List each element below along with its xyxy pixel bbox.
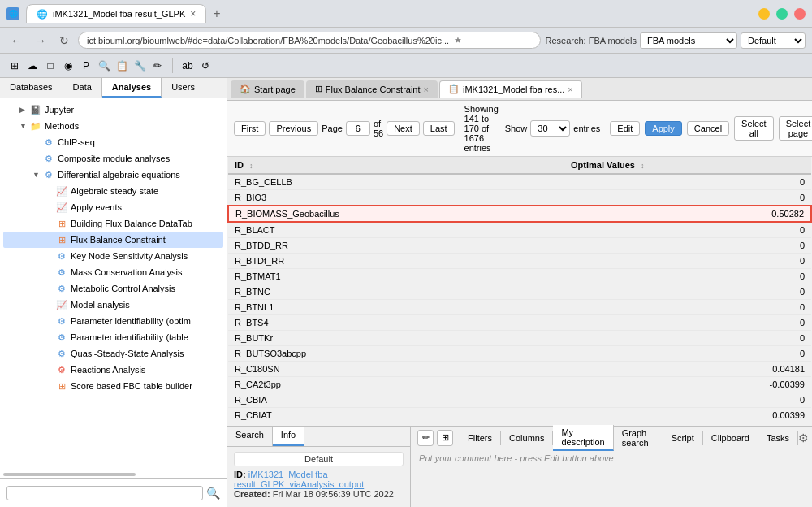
research-select[interactable]: FBA models bbox=[640, 32, 737, 49]
next-button[interactable]: Next bbox=[387, 121, 420, 136]
toolbar-icon-box[interactable]: □ bbox=[42, 58, 58, 74]
table-row[interactable]: R_BG_CELLB 0 bbox=[228, 174, 811, 190]
maximize-button[interactable]: □ bbox=[776, 8, 788, 20]
toolbar-icon-wrench[interactable]: 🔧 bbox=[132, 58, 148, 74]
apply-button[interactable]: Apply bbox=[645, 121, 682, 136]
br-tab-my-description[interactable]: My description bbox=[553, 425, 613, 451]
sidebar-item-building-fbc[interactable]: ⊞ Building Flux Balance DataTab bbox=[3, 215, 223, 232]
last-button[interactable]: Last bbox=[423, 121, 455, 136]
toolbar-icon-refresh[interactable]: ↺ bbox=[197, 58, 214, 74]
table-row[interactable]: R_CBIA 0 bbox=[228, 392, 811, 408]
gear-button[interactable]: ⚙ bbox=[798, 430, 809, 446]
toolbar-icon-search[interactable]: 🔍 bbox=[96, 58, 112, 74]
toolbar-icon-clipboard[interactable]: 📋 bbox=[114, 58, 130, 74]
tab-flux-balance[interactable]: ⊞ Flux Balance Constraint × bbox=[306, 80, 438, 98]
sidebar-item-apply-events[interactable]: 📈 Apply events bbox=[3, 199, 223, 215]
sidebar-item-model-analysis[interactable]: 📈 Model analysis bbox=[3, 297, 223, 313]
browser-tab-close-icon[interactable]: × bbox=[190, 8, 196, 20]
default-select[interactable]: Default bbox=[741, 32, 806, 49]
close-button[interactable]: × bbox=[794, 8, 806, 20]
br-tab-filters[interactable]: Filters bbox=[460, 431, 501, 445]
br-tab-clipboard[interactable]: Clipboard bbox=[703, 431, 758, 445]
br-table-icon[interactable]: ⊞ bbox=[437, 430, 453, 446]
column-header-optimal[interactable]: Optimal Values ↕ bbox=[564, 157, 811, 174]
toolbar-icon-target[interactable]: ◉ bbox=[60, 58, 76, 74]
table-row[interactable]: R_CA2t3pp -0.00399 bbox=[228, 377, 811, 392]
column-header-id[interactable]: ID ↕ bbox=[228, 157, 564, 174]
new-tab-button[interactable]: + bbox=[213, 6, 220, 21]
edit-button[interactable]: Edit bbox=[610, 121, 640, 136]
toolbar-icon-edit[interactable]: ✏ bbox=[149, 58, 166, 74]
sidebar-item-jupyter[interactable]: ▶ 📓 Jupyter bbox=[3, 102, 223, 118]
flux-balance-tab-close[interactable]: × bbox=[424, 84, 429, 94]
tab-start-page[interactable]: 🏠 Start page bbox=[231, 80, 304, 98]
table-row[interactable]: R_BTDD_RR 0 bbox=[228, 238, 811, 254]
sidebar-tab-data[interactable]: Data bbox=[63, 78, 102, 98]
select-all-button[interactable]: Select all bbox=[734, 116, 774, 141]
cancel-button[interactable]: Cancel bbox=[687, 121, 729, 136]
url-bar[interactable]: ict.biouml.org/bioumlweb/#de=data/Collab… bbox=[78, 32, 541, 49]
toolbar-icon-p[interactable]: P bbox=[78, 58, 94, 74]
toolbar-icon-ab[interactable]: ab bbox=[179, 58, 196, 74]
table-row[interactable]: R_BTNC 0 bbox=[228, 284, 811, 300]
br-tab-columns[interactable]: Columns bbox=[501, 431, 553, 445]
table-row[interactable]: R_BUTSO3abcpp 0 bbox=[228, 346, 811, 362]
sidebar-tab-analyses[interactable]: Analyses bbox=[102, 78, 162, 98]
sidebar-item-chipseq[interactable]: ⚙ ChIP-seq bbox=[3, 134, 223, 150]
sidebar-item-param-table[interactable]: ⚙ Parameter identifiability (table bbox=[3, 329, 223, 345]
sidebar-item-key-node[interactable]: ⚙ Key Node Sensitivity Analysis bbox=[3, 248, 223, 264]
key-node-icon: ⚙ bbox=[55, 249, 68, 262]
toolbar-icon-cloud[interactable]: ☁ bbox=[24, 58, 41, 74]
sidebar-item-reactions[interactable]: ⚙ Reactions Analysis bbox=[3, 362, 223, 378]
sidebar-item-composite[interactable]: ⚙ Composite module analyses bbox=[3, 150, 223, 167]
bl-tab-search[interactable]: Search bbox=[227, 427, 273, 446]
br-tab-tasks[interactable]: Tasks bbox=[758, 431, 798, 445]
sidebar-item-flux-balance[interactable]: ⊞ Flux Balance Constraint bbox=[3, 232, 223, 248]
first-button[interactable]: First bbox=[234, 121, 266, 136]
br-tab-graph-search[interactable]: Graph search bbox=[614, 426, 663, 450]
sidebar-tab-users[interactable]: Users bbox=[162, 78, 205, 98]
table-row[interactable]: R_BIOMASS_Geobacillus 0.50282 bbox=[228, 206, 811, 222]
table-row[interactable]: R_BLACT 0 bbox=[228, 222, 811, 238]
refresh-button[interactable]: ↻ bbox=[55, 32, 73, 49]
tree-arrow: ▼ bbox=[32, 171, 42, 179]
table-row[interactable]: R_BTMAT1 0 bbox=[228, 269, 811, 284]
browser-tab-active[interactable]: 🌐 iMK1321_Model fba result_GLPK × bbox=[26, 4, 206, 23]
entries-select[interactable]: 30 10 20 50 100 bbox=[530, 120, 570, 136]
imk1321-tab-close[interactable]: × bbox=[568, 84, 572, 94]
sidebar-item-param-optim[interactable]: ⚙ Parameter identifiability (optim bbox=[3, 313, 223, 329]
tab-label-flux: Flux Balance Constraint bbox=[326, 84, 421, 94]
methods-folder-icon: 📁 bbox=[29, 119, 42, 132]
table-row[interactable]: R_BTS4 0 bbox=[228, 315, 811, 331]
br-edit-icon[interactable]: ✏ bbox=[417, 430, 434, 446]
toolbar-icon-grid[interactable]: ⊞ bbox=[6, 58, 23, 74]
forward-button[interactable]: → bbox=[31, 32, 50, 49]
table-row[interactable]: R_BTNL1 0 bbox=[228, 300, 811, 315]
sidebar-item-score-fbc[interactable]: ⊞ Score based FBC table builder bbox=[3, 378, 223, 394]
id-link[interactable]: iMK1321_Model fba result_GLPK_viaAnalysi… bbox=[234, 470, 364, 489]
table-row[interactable]: R_C180SN 0.04181 bbox=[228, 362, 811, 377]
table-row[interactable]: R_BIO3 0 bbox=[228, 190, 811, 206]
sidebar-tab-databases[interactable]: Databases bbox=[0, 78, 63, 98]
metabolic-control-icon: ⚙ bbox=[55, 282, 68, 295]
br-tab-script[interactable]: Script bbox=[663, 431, 703, 445]
tab-imk1321[interactable]: 📋 iMK1321_Model fba res... × bbox=[439, 80, 582, 98]
sidebar-item-dae[interactable]: ▼ ⚙ Differential algebraic equations bbox=[3, 167, 223, 183]
sidebar-search-input[interactable] bbox=[6, 486, 203, 500]
bl-tab-info[interactable]: Info bbox=[273, 427, 304, 446]
sidebar-search-button[interactable]: 🔍 bbox=[206, 487, 220, 500]
algebraic-icon: 📈 bbox=[55, 184, 68, 197]
sidebar-item-methods[interactable]: ▼ 📁 Methods bbox=[3, 118, 223, 134]
sidebar-item-mass-conservation[interactable]: ⚙ Mass Conservation Analysis bbox=[3, 264, 223, 280]
table-row[interactable]: R_BUTKr 0 bbox=[228, 331, 811, 346]
back-button[interactable]: ← bbox=[6, 32, 26, 49]
sidebar-item-quasi-steady[interactable]: ⚙ Quasi-Steady-State Analysis bbox=[3, 345, 223, 362]
table-row[interactable]: R_BTDt_RR 0 bbox=[228, 254, 811, 269]
page-input[interactable] bbox=[346, 121, 370, 136]
previous-button[interactable]: Previous bbox=[269, 121, 318, 136]
table-row[interactable]: R_CBIAT 0.00399 bbox=[228, 408, 811, 423]
minimize-button[interactable]: − bbox=[758, 8, 770, 20]
select-page-button[interactable]: Select page bbox=[779, 116, 812, 141]
sidebar-item-metabolic-control[interactable]: ⚙ Metabolic Control Analysis bbox=[3, 280, 223, 297]
sidebar-item-algebraic[interactable]: 📈 Algebraic steady state bbox=[3, 183, 223, 199]
